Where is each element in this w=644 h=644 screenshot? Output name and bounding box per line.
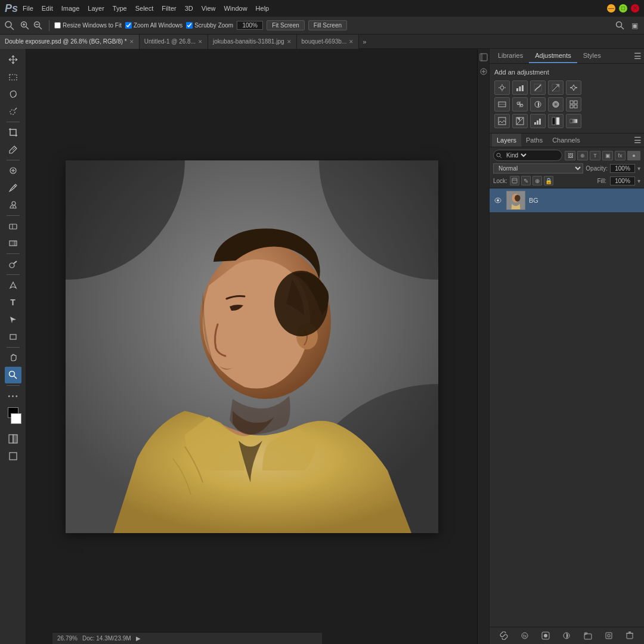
photofilter-adj-icon[interactable] — [548, 97, 564, 112]
delete-layer-icon[interactable] — [623, 630, 636, 642]
menu-file[interactable]: File — [23, 5, 33, 12]
lock-position-icon[interactable]: ✎ — [521, 176, 531, 185]
tab-bouquet[interactable]: bouquet-6693b... ✕ — [297, 35, 360, 49]
hand-tool[interactable] — [5, 349, 21, 366]
tab-channels[interactable]: Channels — [547, 134, 584, 147]
heal-tool[interactable] — [5, 162, 21, 179]
menu-3d[interactable]: 3D — [185, 5, 193, 12]
threshold-adj-icon[interactable] — [548, 114, 564, 128]
link-layers-icon[interactable] — [497, 630, 510, 642]
colorbalance-adj-icon[interactable] — [512, 97, 528, 112]
layers-kind-dropdown[interactable]: Kind — [493, 150, 562, 161]
bw-adj-icon[interactable] — [530, 97, 546, 112]
gradientmap-adj-icon[interactable] — [566, 114, 581, 128]
close-button[interactable]: ✕ — [631, 4, 639, 13]
tab-close-1[interactable]: ✕ — [129, 39, 134, 45]
panel-toggle-icon[interactable]: ▣ — [628, 20, 640, 32]
libraries-icon[interactable] — [479, 52, 488, 62]
menu-edit[interactable]: Edit — [42, 5, 53, 12]
tab-double-exposure[interactable]: Double exposure.psd @ 26.8% (BG, RGB/8) … — [0, 35, 140, 49]
menu-select[interactable]: Select — [135, 5, 154, 12]
tab-styles[interactable]: Styles — [577, 49, 607, 63]
context-icon[interactable] — [479, 67, 488, 76]
menu-filter[interactable]: Filter — [162, 5, 176, 12]
tab-adjustments[interactable]: Adjustments — [529, 49, 577, 63]
panel-menu-icon[interactable]: ☰ — [634, 51, 642, 61]
shape-tool[interactable] — [5, 329, 21, 345]
curves-adj-icon[interactable] — [530, 80, 546, 95]
add-mask-icon[interactable] — [539, 630, 552, 642]
background-color[interactable] — [11, 413, 21, 424]
quick-select-tool[interactable] — [5, 103, 21, 120]
smart-filter-icon[interactable]: fx — [615, 151, 626, 160]
tabs-overflow-button[interactable]: » — [359, 38, 370, 45]
exposure-adj-icon[interactable] — [548, 80, 564, 95]
menu-help[interactable]: Help — [256, 5, 270, 12]
lock-all-icon[interactable]: 🔒 — [544, 176, 553, 185]
zoom-tool[interactable] — [5, 367, 21, 383]
levels-adj-icon[interactable] — [512, 80, 528, 95]
layer-visibility-eye[interactable] — [493, 196, 503, 205]
eraser-tool[interactable] — [5, 218, 21, 234]
hsl-adj-icon[interactable] — [494, 97, 510, 112]
gradient-tool[interactable] — [5, 235, 21, 252]
invert-adj-icon[interactable] — [512, 114, 528, 128]
menu-layer[interactable]: Layer — [88, 5, 104, 12]
adjustment-filter-icon[interactable]: ⊕ — [577, 151, 588, 160]
doc-info-arrow[interactable]: ▶ — [136, 635, 141, 642]
kind-select-input[interactable]: Kind — [504, 151, 528, 159]
add-layer-style-icon[interactable]: fx — [518, 630, 531, 642]
pen-tool[interactable] — [5, 277, 21, 293]
layers-menu-icon[interactable]: ☰ — [634, 135, 642, 145]
eyedropper-tool[interactable] — [5, 141, 21, 158]
tab-close-3[interactable]: ✕ — [287, 39, 292, 45]
zoom-out-icon[interactable] — [32, 20, 44, 32]
colorlookup-adj-icon[interactable] — [494, 114, 510, 128]
type-tool[interactable]: T — [5, 294, 21, 311]
tab-layers[interactable]: Layers — [492, 134, 521, 147]
posterize-adj-icon[interactable] — [530, 114, 546, 128]
rectangle-select-tool[interactable] — [5, 69, 21, 85]
path-select-tool[interactable] — [5, 311, 21, 328]
menu-view[interactable]: View — [202, 5, 216, 12]
new-fill-adjustment-icon[interactable] — [560, 630, 573, 642]
tab-close-2[interactable]: ✕ — [198, 39, 203, 45]
scrubby-zoom-checkbox[interactable]: Scrubby Zoom — [186, 22, 233, 29]
blend-mode-select[interactable]: Normal — [493, 163, 583, 174]
tab-jokubas[interactable]: jokubas-banaitis-31881.jpg ✕ — [208, 35, 297, 49]
fit-screen-button[interactable]: Fit Screen — [267, 20, 305, 30]
brush-tool[interactable] — [5, 179, 21, 196]
move-tool[interactable] — [5, 51, 21, 68]
lasso-tool[interactable] — [5, 86, 21, 103]
tab-close-4[interactable]: ✕ — [349, 39, 354, 45]
opacity-arrow[interactable]: ▾ — [637, 165, 640, 172]
resize-windows-input[interactable] — [54, 22, 61, 29]
screen-mode-button[interactable] — [5, 448, 21, 465]
filter-toggle-icon[interactable]: ● — [627, 151, 640, 160]
tab-paths[interactable]: Paths — [521, 134, 547, 147]
zoom-in-icon[interactable] — [19, 20, 31, 32]
fill-arrow[interactable]: ▾ — [637, 178, 640, 184]
tab-libraries[interactable]: Libraries — [492, 49, 529, 63]
menu-type[interactable]: Type — [113, 5, 127, 12]
lock-pixels-icon[interactable] — [510, 176, 519, 185]
pixel-filter-icon[interactable]: 🖼 — [565, 151, 575, 160]
tab-untitled[interactable]: Untitled-1 @ 26.8... ✕ — [140, 35, 208, 49]
opacity-input[interactable] — [610, 164, 635, 173]
vibrance-adj-icon[interactable] — [566, 80, 581, 95]
zoom-tool-icon[interactable] — [4, 20, 16, 32]
quick-mask-button[interactable] — [5, 431, 21, 447]
minimize-button[interactable]: — — [607, 4, 615, 13]
brightness-adj-icon[interactable] — [494, 80, 510, 95]
maximize-button[interactable]: □ — [619, 4, 627, 13]
new-group-icon[interactable] — [581, 630, 595, 642]
shape-filter-icon[interactable]: ▣ — [602, 151, 613, 160]
fill-screen-button[interactable]: Fill Screen — [308, 20, 347, 30]
fill-input[interactable] — [610, 177, 635, 185]
new-layer-icon[interactable] — [602, 630, 615, 642]
channelmixer-adj-icon[interactable] — [566, 97, 581, 112]
dodge-tool[interactable] — [5, 256, 21, 273]
scrubby-zoom-input[interactable] — [186, 22, 193, 29]
type-filter-icon[interactable]: T — [590, 151, 600, 160]
zoom-all-windows-input[interactable] — [125, 22, 132, 29]
